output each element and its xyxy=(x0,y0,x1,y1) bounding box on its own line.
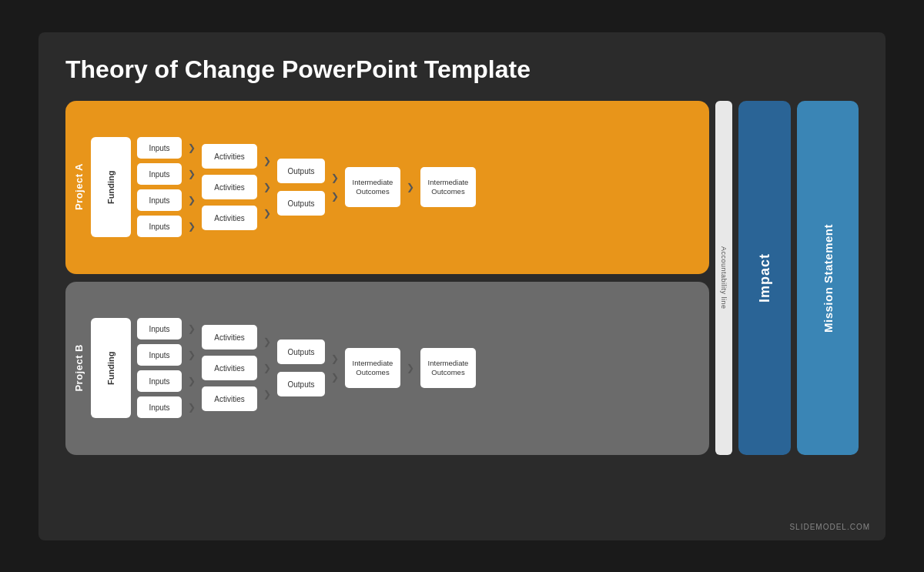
outputs-to-intoutcomes-arrow-b: ❯ ❯ xyxy=(331,353,339,383)
input-box: Inputs xyxy=(137,216,182,237)
intoutcomes-arrow-a: ❯ xyxy=(407,182,414,192)
main-content: Project A Funding Inputs Inputs Inputs I… xyxy=(65,101,859,455)
int-outcome-box: Intermediate Outcomes xyxy=(345,167,400,207)
project-a-outputs: Outputs Outputs xyxy=(277,159,325,216)
project-a-label: Project A xyxy=(73,163,85,210)
input-box: Inputs xyxy=(137,163,182,185)
output-box: Outputs xyxy=(277,159,325,183)
watermark: SLIDEMODEL.COM xyxy=(789,523,870,531)
accountability-col: Accountability line xyxy=(715,101,732,455)
input-box: Inputs xyxy=(137,396,182,418)
project-b-inputs: Inputs Inputs Inputs Inputs xyxy=(137,318,182,418)
input-box: Inputs xyxy=(137,137,182,159)
project-b-int-outcomes-1: Intermediate Outcomes xyxy=(345,348,400,388)
activity-box: Activities xyxy=(202,144,257,169)
input-box: Inputs xyxy=(137,344,182,366)
int-outcome-box: Intermediate Outcomes xyxy=(345,348,400,388)
intoutcomes-arrow-b: ❯ xyxy=(407,363,414,373)
project-b-funding: Funding xyxy=(91,318,131,418)
project-a-int-outcomes-1: Intermediate Outcomes xyxy=(345,167,400,207)
project-a-activities: Activities Activities Activities xyxy=(202,144,257,230)
project-a-block: Project A Funding Inputs Inputs Inputs I… xyxy=(65,101,709,274)
activity-box: Activities xyxy=(202,175,257,199)
activities-to-outputs-arrow-b: ❯ ❯ ❯ xyxy=(263,336,271,400)
input-box: Inputs xyxy=(137,370,182,392)
impact-col: Impact xyxy=(738,101,791,455)
project-b-activities: Activities Activities Activities xyxy=(202,325,257,411)
project-a-funding: Funding xyxy=(91,137,131,237)
projects-col: Project A Funding Inputs Inputs Inputs I… xyxy=(65,101,709,455)
project-b-label: Project B xyxy=(73,344,85,392)
output-box: Outputs xyxy=(277,191,325,216)
accountability-line: Accountability line xyxy=(715,101,732,455)
project-b-block: Project B Funding Inputs Inputs Inputs I… xyxy=(65,282,709,455)
activities-to-outputs-arrow-a: ❯ ❯ ❯ xyxy=(263,156,271,219)
project-b-outputs: Outputs Outputs xyxy=(277,340,325,396)
activity-box: Activities xyxy=(202,325,257,350)
project-a-int-outcomes-2: Intermediate Outcomes xyxy=(420,167,476,207)
int-outcome-box-2: Intermediate Outcomes xyxy=(420,167,476,207)
activity-box: Activities xyxy=(202,206,257,230)
outputs-to-intoutcomes-arrow-a: ❯ ❯ xyxy=(331,172,339,202)
mission-col: Mission Statement xyxy=(797,101,859,455)
inputs-to-activities-arrow-a: ❯ ❯ ❯ ❯ xyxy=(188,142,196,232)
slide: Theory of Change PowerPoint Template Pro… xyxy=(38,32,886,540)
activity-box: Activities xyxy=(202,356,257,380)
slide-title: Theory of Change PowerPoint Template xyxy=(65,55,859,84)
inputs-to-activities-arrow-b: ❯ ❯ ❯ ❯ xyxy=(188,323,196,413)
input-box: Inputs xyxy=(137,318,182,340)
impact-box: Impact xyxy=(738,101,791,455)
project-b-int-outcomes-2: Intermediate Outcomes xyxy=(420,348,476,388)
activity-box: Activities xyxy=(202,386,257,411)
output-box: Outputs xyxy=(277,372,325,396)
mission-box: Mission Statement xyxy=(797,101,859,455)
project-a-inputs: Inputs Inputs Inputs Inputs xyxy=(137,137,182,237)
output-box: Outputs xyxy=(277,340,325,364)
input-box: Inputs xyxy=(137,189,182,211)
int-outcome-box-2: Intermediate Outcomes xyxy=(420,348,476,388)
